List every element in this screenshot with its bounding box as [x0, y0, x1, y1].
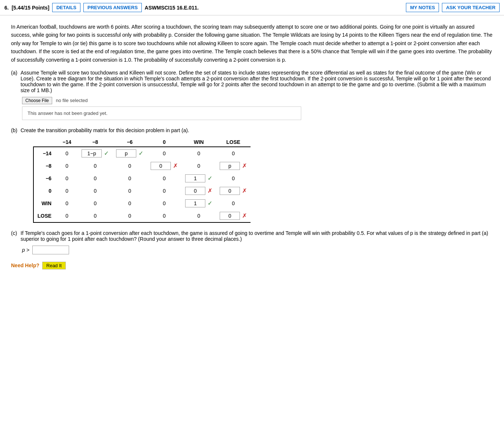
matrix-row-neg6: −6 0 0 0 0 ✓ 0	[33, 172, 273, 185]
cell-r1c2: 0	[112, 160, 147, 172]
read-it-button[interactable]: Read It	[42, 262, 66, 269]
part-a-text: Assume Temple will score two touchdowns …	[21, 70, 493, 93]
matrix-row-win: WIN 0 0 0 0 ✓ 0	[33, 197, 273, 210]
matrix-row-label-win: WIN	[33, 197, 56, 210]
input-r5c5[interactable]	[220, 212, 240, 220]
input-r1c5[interactable]	[220, 162, 240, 170]
input-r1c3[interactable]	[151, 162, 171, 170]
cell-r1c5: ✗	[216, 160, 251, 172]
no-file-label: no file selected	[56, 98, 88, 103]
cell-r3c2: 0	[112, 185, 147, 197]
cell-r3c4: ✗	[181, 185, 216, 197]
matrix-row-0: 0 0 0 0 0 ✗ ✗	[33, 185, 273, 197]
matrix-col-header-win: WIN	[181, 137, 216, 147]
page-header: 6. [5.44/15 Points] DETAILS PREVIOUS ANS…	[0, 0, 504, 15]
matrix-table: −14 −8 −6 0 WIN LOSE −14 0 ✓	[33, 137, 273, 223]
problem-text: In American football, touchdowns are wor…	[11, 23, 493, 64]
input-r3c5[interactable]	[220, 187, 240, 195]
part-a-header: (a) Assume Temple will score two touchdo…	[11, 70, 493, 93]
previous-answers-button[interactable]: PREVIOUS ANSWERS	[83, 3, 142, 12]
x-icon-r3c4: ✗	[208, 187, 212, 194]
cell-r4c3: 0	[147, 197, 181, 210]
check-icon-r0c1: ✓	[104, 150, 109, 157]
cell-r4c1: 0	[78, 197, 112, 210]
cell-r0c5: 0	[216, 147, 251, 160]
matrix-row-lose: LOSE 0 0 0 0 0 ✗	[33, 210, 273, 222]
part-c-header: (c) If Temple's coach goes for a 1-point…	[11, 230, 493, 242]
cell-r3c0: 0	[56, 185, 78, 197]
input-r0c1[interactable]	[82, 149, 102, 157]
check-icon-r4c4: ✓	[208, 200, 212, 207]
cell-r0c0: 0	[56, 147, 78, 160]
cell-r2c0: 0	[56, 172, 78, 185]
matrix-row-label-0: 0	[33, 185, 56, 197]
check-icon-r2c4: ✓	[208, 175, 212, 182]
my-notes-button[interactable]: MY NOTES	[406, 3, 439, 12]
matrix-col-header-0: 0	[147, 137, 181, 147]
matrix-row-label-neg6: −6	[33, 172, 56, 185]
need-help-text: Need Help?	[11, 262, 39, 268]
part-c-text: If Temple's coach goes for a 1-point con…	[21, 230, 493, 242]
matrix-row-label-neg14: −14	[33, 147, 56, 160]
part-b-label: (b)	[11, 127, 18, 133]
input-r2c4[interactable]	[185, 174, 205, 182]
cell-r1c4: 0	[181, 160, 216, 172]
matrix-row-label-lose: LOSE	[33, 210, 56, 222]
cell-r2c4: ✓	[181, 172, 216, 185]
cell-r4c2: 0	[112, 197, 147, 210]
ask-teacher-button[interactable]: ASK YOUR TEACHER	[442, 3, 500, 12]
matrix-col-spacer	[251, 137, 273, 147]
cell-r2c5: 0	[216, 172, 251, 185]
part-a: (a) Assume Temple will score two touchdo…	[11, 70, 493, 120]
file-upload-row: Choose File no file selected	[22, 97, 493, 104]
cell-r5c5: ✗	[216, 210, 251, 222]
need-help-section: Need Help? Read It	[11, 262, 493, 269]
part-b-header: (b) Create the transition probability ma…	[11, 127, 493, 133]
cell-r5c2: 0	[112, 210, 147, 222]
x-icon-r1c3: ✗	[173, 162, 178, 169]
cell-r1c1: 0	[78, 160, 112, 172]
main-content: In American football, touchdowns are wor…	[0, 15, 504, 277]
part-a-label: (a)	[11, 70, 18, 76]
part-c: (c) If Temple's coach goes for a 1-point…	[11, 230, 493, 254]
x-icon-r5c5: ✗	[242, 212, 247, 219]
input-r3c4[interactable]	[185, 187, 205, 195]
cell-r1c0: 0	[56, 160, 78, 172]
matrix-header-row: −14 −8 −6 0 WIN LOSE	[33, 137, 273, 147]
choose-file-button[interactable]: Choose File	[22, 97, 52, 104]
details-button[interactable]: DETAILS	[52, 3, 80, 12]
cell-r4c0: 0	[56, 197, 78, 210]
x-icon-r3c5: ✗	[242, 187, 247, 194]
cell-r5c1: 0	[78, 210, 112, 222]
cell-r0c4: 0	[181, 147, 216, 160]
input-r4c4[interactable]	[185, 199, 205, 207]
cell-r0c3: 0	[147, 147, 181, 160]
cell-r3c3: 0	[147, 185, 181, 197]
cell-r5c3: 0	[147, 210, 181, 222]
p-answer-input[interactable]	[32, 246, 69, 254]
part-b: (b) Create the transition probability ma…	[11, 127, 493, 223]
cell-r3c5: ✗	[216, 185, 251, 197]
matrix-col-header-neg6: −6	[112, 137, 147, 147]
header-left: 6. [5.44/15 Points] DETAILS PREVIOUS ANS…	[4, 3, 402, 12]
matrix-row-neg8: −8 0 0 0 ✗ 0 ✗	[33, 160, 273, 172]
part-c-input-row: p >	[22, 246, 493, 254]
input-r0c2[interactable]	[116, 149, 136, 157]
matrix-col-header-neg14: −14	[56, 137, 78, 147]
cell-r5c4: 0	[181, 210, 216, 222]
cell-r2c1: 0	[78, 172, 112, 185]
matrix-row-neg14: −14 0 ✓ ✓ 0 0	[33, 147, 273, 160]
check-icon-r0c2: ✓	[138, 150, 143, 157]
cell-r5c0: 0	[56, 210, 78, 222]
part-b-text: Create the transition probability matrix…	[21, 127, 493, 133]
transition-matrix: −14 −8 −6 0 WIN LOSE −14 0 ✓	[33, 137, 493, 223]
graded-status-box: This answer has not been graded yet.	[22, 106, 301, 120]
points-label: [5.44/15 Points]	[12, 5, 50, 11]
cell-r2c3: 0	[147, 172, 181, 185]
cell-r1c3: ✗	[147, 160, 181, 172]
cell-r0c1: ✓	[78, 147, 112, 160]
cell-r4c4: ✓	[181, 197, 216, 210]
matrix-corner-empty	[33, 137, 56, 147]
p-greater-label: p >	[22, 247, 29, 253]
matrix-col-header-lose: LOSE	[216, 137, 251, 147]
